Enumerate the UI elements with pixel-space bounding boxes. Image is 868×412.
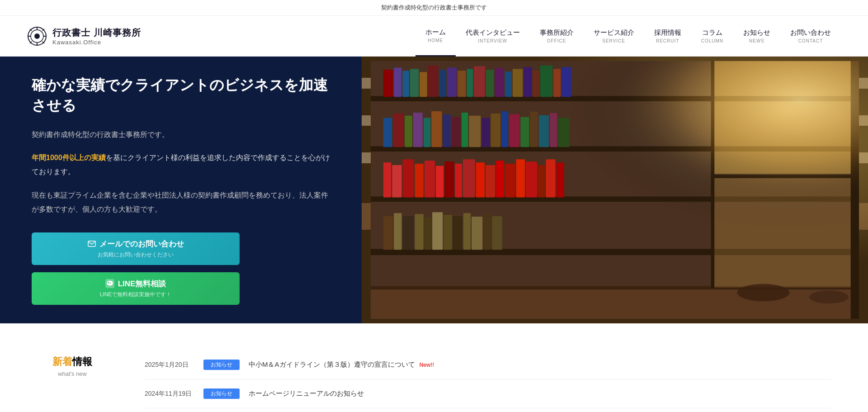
svg-point-16: [110, 283, 111, 284]
news-date: 2025年1月20日: [145, 361, 194, 369]
news-label: 新着情報 what's new: [36, 350, 108, 412]
news-item[interactable]: 2024年11月19日 お知らせ ホームページリニューアルのお知らせ: [145, 379, 832, 408]
nav-office[interactable]: 事務所紹介 OFFICE: [530, 16, 584, 57]
logo-icon: [27, 26, 47, 46]
hero-highlight-span: 年間1000件以上の実績: [32, 154, 106, 161]
news-title: 中小M＆Aガイドライン（第３版）遵守の宣言について New!!: [249, 360, 832, 369]
news-title: ホームページリニューアルのお知らせ: [249, 389, 832, 398]
line-contact-button[interactable]: LINE無料相談 LINEで無料相談実施中です！: [32, 272, 240, 305]
line-button-sub: LINEで無料相談実施中です！: [100, 291, 172, 298]
news-label-main: 新着情報: [52, 355, 92, 369]
svg-point-101: [809, 290, 849, 303]
email-button-sub: お気軽にお問い合わせください: [98, 251, 174, 259]
main-nav: ホーム HOME 代表インタビュー INTERVIEW 事務所紹介 OFFICE…: [415, 16, 841, 57]
email-contact-button[interactable]: メールでのお問い合わせ お気軽にお問い合わせください: [32, 232, 240, 265]
news-item[interactable]: 2024年11月9日 お知らせ 代表インタビュー記事: [145, 408, 832, 412]
hero-desc: 契約書作成特化型の行政書士事務所です。: [32, 128, 330, 142]
news-label-black: 情報: [72, 356, 92, 367]
news-label-orange: 新着: [52, 356, 72, 367]
svg-rect-11: [88, 241, 95, 246]
logo-main-text: 行政書士 川崎事務所: [52, 27, 141, 39]
bookshelf-svg: [371, 61, 859, 319]
svg-point-100: [737, 284, 790, 302]
nav-column[interactable]: コラム COLUMN: [691, 16, 733, 57]
svg-rect-99: [371, 61, 859, 319]
news-list: 2025年1月20日 お知らせ 中小M＆Aガイドライン（第３版）遵守の宣言につい…: [145, 350, 832, 412]
news-badge: お知らせ: [203, 360, 240, 370]
hero-highlight: 年間1000件以上の実績を基にクライアント様の利益を追求した内容で作成することを…: [32, 151, 330, 179]
nav-contact[interactable]: お問い合わせ CONTACT: [780, 16, 841, 57]
top-bar-text: 契約書作成特化型の行政書士事務所です: [381, 4, 487, 11]
nav-service[interactable]: サービス紹介 SERVICE: [584, 16, 644, 57]
bookshelf-decoration: [362, 57, 868, 323]
news-label-sub: what's new: [58, 370, 87, 377]
hero-body: 現在も東証プライム企業を含む企業や社団法人様の契約書作成顧問を務めており、法人案…: [32, 189, 330, 216]
header: 行政書士 川崎事務所 Kawasaki.Office ホーム HOME 代表イン…: [0, 16, 868, 57]
email-button-main: メールでのお問い合わせ: [88, 239, 184, 249]
logo-area: 行政書士 川崎事務所 Kawasaki.Office: [27, 26, 154, 46]
svg-point-14: [108, 283, 109, 284]
logo-sub-text: Kawasaki.Office: [52, 39, 141, 46]
news-date: 2024年11月19日: [145, 390, 194, 398]
nav-interview[interactable]: 代表インタビュー INTERVIEW: [456, 16, 530, 57]
line-button-main: LINE無料相談: [105, 279, 166, 289]
svg-point-2: [34, 33, 40, 39]
nav-recruit[interactable]: 採用情報 RECRUIT: [644, 16, 691, 57]
hero-title: 確かな実績でクライアントのビジネスを加速させる: [32, 75, 330, 116]
envelope-icon: [88, 241, 96, 247]
nav-home[interactable]: ホーム HOME: [415, 16, 456, 57]
nav-news[interactable]: お知らせ NEWS: [733, 16, 780, 57]
news-section: 新着情報 what's new 2025年1月20日 お知らせ 中小M＆Aガイド…: [0, 323, 868, 412]
line-icon: [105, 279, 114, 288]
hero-section: 確かな実績でクライアントのビジネスを加速させる 契約書作成特化型の行政書士事務所…: [0, 57, 868, 323]
logo-text: 行政書士 川崎事務所 Kawasaki.Office: [52, 27, 141, 46]
hero-image: [362, 57, 868, 323]
hero-left: 確かな実績でクライアントのビジネスを加速させる 契約書作成特化型の行政書士事務所…: [0, 57, 362, 323]
news-new-label: New!!: [420, 362, 434, 368]
news-badge: お知らせ: [203, 388, 240, 399]
svg-point-15: [109, 283, 110, 284]
top-bar: 契約書作成特化型の行政書士事務所です: [0, 0, 868, 16]
news-item[interactable]: 2025年1月20日 お知らせ 中小M＆Aガイドライン（第３版）遵守の宣言につい…: [145, 350, 832, 379]
